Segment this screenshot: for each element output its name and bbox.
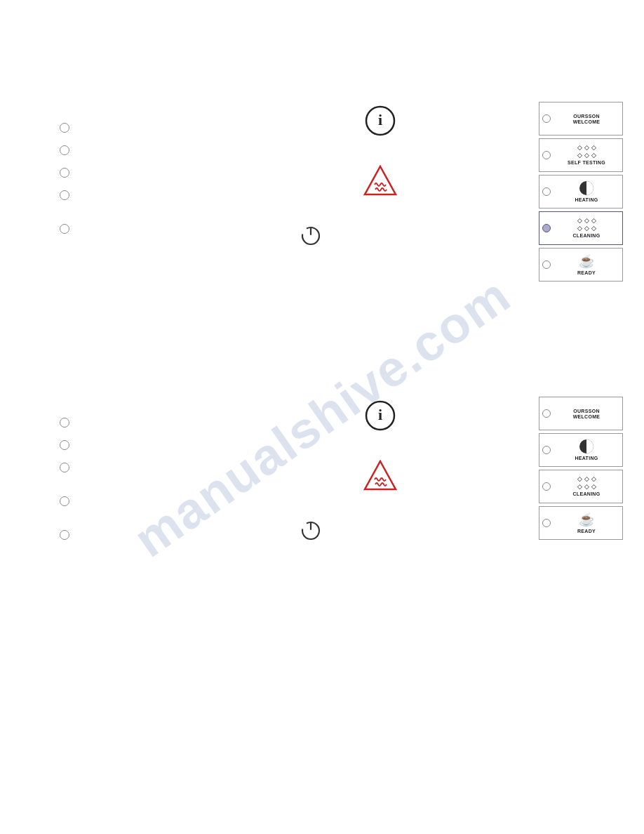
pie-chart-icon xyxy=(579,439,594,454)
circle-dot xyxy=(60,224,69,234)
state-indicator xyxy=(542,187,551,196)
circle-dot xyxy=(60,530,69,540)
state-label: CLEANING xyxy=(573,233,601,239)
state-label: CLEANING xyxy=(573,491,601,497)
state-heating-1: HEATING xyxy=(539,175,623,208)
state-label: READY xyxy=(577,529,596,534)
state-indicator xyxy=(542,151,551,159)
right-states-1: OURSSONWELCOME ◇◇◇ ◇◇◇ SELF TESTING xyxy=(539,102,623,283)
right-states-2: OURSSONWELCOME HEATING ◇◇◇ xyxy=(539,397,623,541)
power-icon-1 xyxy=(300,225,322,250)
circle-dot xyxy=(60,190,69,200)
drops-icon: ◇◇◇ ◇◇◇ xyxy=(577,217,596,232)
state-indicator xyxy=(542,482,551,491)
circle-dot xyxy=(60,496,69,506)
drops-icon: ◇◇◇ ◇◇◇ xyxy=(577,144,596,159)
state-content: OURSSONWELCOME xyxy=(554,407,619,421)
state-label: OURSSONWELCOME xyxy=(573,409,601,421)
cup-icon: ☕ xyxy=(579,253,594,269)
left-circles-2 xyxy=(60,418,69,540)
state-self-testing-1: ◇◇◇ ◇◇◇ SELF TESTING xyxy=(539,138,623,172)
state-indicator xyxy=(542,519,551,527)
state-cleaning-2: ◇◇◇ ◇◇◇ CLEANING xyxy=(539,470,623,503)
pie-chart-icon xyxy=(579,180,594,196)
state-label: OURSSONWELCOME xyxy=(573,114,601,126)
info-icon-2: i xyxy=(365,400,396,434)
state-label: READY xyxy=(577,270,596,276)
circle-dot xyxy=(60,168,69,178)
state-indicator xyxy=(542,114,551,123)
state-welcome-1: OURSSONWELCOME xyxy=(539,102,623,135)
state-ready-1: ☕ READY xyxy=(539,248,623,282)
state-content: ☕ READY xyxy=(554,512,619,534)
state-cleaning-1: ◇◇◇ ◇◇◇ CLEANING xyxy=(539,211,623,245)
state-label: HEATING xyxy=(575,197,598,203)
state-heating-2: HEATING xyxy=(539,433,623,467)
state-indicator xyxy=(542,260,551,269)
svg-text:i: i xyxy=(378,406,382,423)
circle-dot xyxy=(60,440,69,450)
heat-warning-icon-2 xyxy=(363,460,397,494)
circle-dot xyxy=(60,463,69,472)
state-content: ☕ READY xyxy=(554,253,619,276)
state-content: ◇◇◇ ◇◇◇ CLEANING xyxy=(554,217,619,239)
state-content: HEATING xyxy=(554,439,619,461)
state-content: OURSSONWELCOME xyxy=(554,112,619,126)
state-indicator xyxy=(542,446,551,454)
power-icon-2 xyxy=(300,519,322,545)
left-circles-1 xyxy=(60,123,69,234)
info-icon-1: i xyxy=(365,105,396,139)
state-indicator xyxy=(542,409,551,418)
state-label: HEATING xyxy=(575,456,598,461)
circle-dot xyxy=(60,145,69,155)
state-content: ◇◇◇ ◇◇◇ CLEANING xyxy=(554,475,619,497)
state-welcome-2: OURSSONWELCOME xyxy=(539,397,623,430)
circle-dot xyxy=(60,123,69,133)
drops-icon: ◇◇◇ ◇◇◇ xyxy=(577,475,596,490)
state-content: HEATING xyxy=(554,180,619,203)
heat-warning-icon-1 xyxy=(363,165,397,199)
state-ready-2: ☕ READY xyxy=(539,506,623,540)
state-indicator xyxy=(542,224,551,232)
state-content: ◇◇◇ ◇◇◇ SELF TESTING xyxy=(554,144,619,166)
svg-text:i: i xyxy=(378,111,382,128)
circle-dot xyxy=(60,418,69,428)
cup-icon: ☕ xyxy=(579,512,594,527)
state-label: SELF TESTING xyxy=(568,160,605,166)
